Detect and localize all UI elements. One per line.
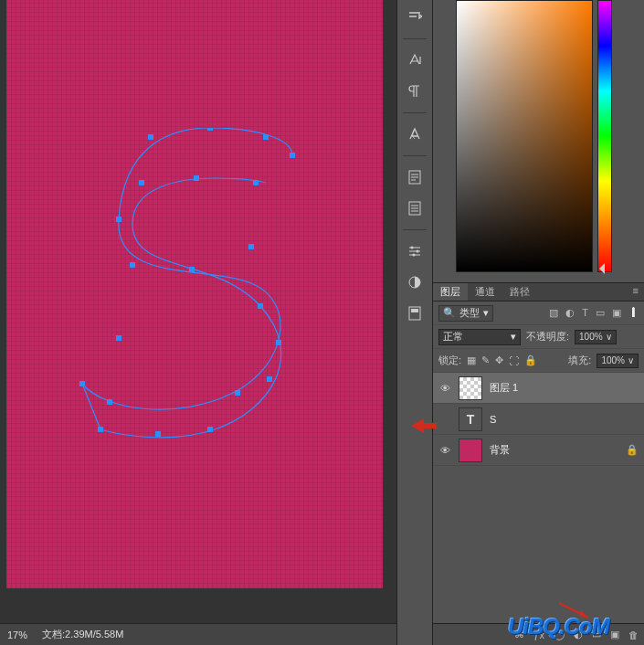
adjustment-layer-icon[interactable]: ◐ bbox=[574, 629, 583, 640]
vector-path-s[interactable] bbox=[69, 128, 306, 439]
svg-rect-4 bbox=[139, 180, 144, 185]
lock-brush-icon[interactable]: ✎ bbox=[481, 354, 490, 366]
filter-type-icon[interactable]: T bbox=[582, 307, 588, 319]
letter-a-underline-icon[interactable] bbox=[403, 48, 427, 72]
lock-fill-row: 锁定: ▦ ✎ ✥ ⛶ 🔒 填充: 100%∨ bbox=[433, 349, 644, 373]
fill-input[interactable]: 100%∨ bbox=[596, 354, 639, 368]
svg-rect-28 bbox=[411, 309, 418, 312]
svg-rect-16 bbox=[235, 390, 240, 396]
layer-filter-row: 🔍 类型 ▾ ▧ ◐ T ▭ ▣ ⏽ bbox=[433, 301, 644, 325]
chevron-down-icon: ▾ bbox=[511, 331, 516, 343]
zoom-level[interactable]: 17% bbox=[7, 629, 27, 640]
chevron-down-icon: ▾ bbox=[483, 307, 489, 319]
opacity-label: 不透明度: bbox=[526, 330, 569, 344]
status-bar: 17% 文档:2.39M/5.58M bbox=[0, 623, 396, 645]
document-canvas[interactable] bbox=[6, 0, 383, 588]
properties-icon[interactable] bbox=[403, 196, 427, 220]
glyph-a-icon[interactable] bbox=[403, 122, 427, 146]
svg-rect-0 bbox=[148, 134, 153, 140]
svg-rect-2 bbox=[263, 134, 269, 140]
paragraph-icon[interactable] bbox=[403, 79, 427, 103]
type-tool-options bbox=[396, 0, 433, 645]
document-icon[interactable] bbox=[403, 165, 427, 189]
filter-type-dropdown[interactable]: 🔍 类型 ▾ bbox=[438, 305, 493, 322]
svg-rect-8 bbox=[248, 244, 254, 249]
layers-list: 👁图层 1TS👁背景🔒 bbox=[433, 373, 644, 623]
layers-footer: ⌘ ƒx ◯ ◐ ▭ ▣ 🗑 bbox=[433, 623, 644, 645]
tab-channels[interactable]: 通道 bbox=[468, 283, 502, 301]
hue-slider[interactable] bbox=[597, 0, 612, 272]
visibility-eye-icon[interactable] bbox=[438, 413, 451, 426]
svg-rect-5 bbox=[194, 175, 199, 181]
mask-icon[interactable]: ◯ bbox=[554, 629, 565, 640]
lock-all-icon[interactable]: 🔒 bbox=[524, 354, 537, 366]
svg-rect-17 bbox=[267, 376, 272, 382]
svg-point-23 bbox=[411, 247, 414, 249]
svg-rect-11 bbox=[258, 303, 263, 309]
svg-rect-20 bbox=[207, 427, 213, 432]
svg-rect-7 bbox=[116, 217, 121, 222]
opacity-value: 100% bbox=[579, 332, 603, 342]
fill-label: 填充: bbox=[568, 354, 591, 367]
tab-paths[interactable]: 路径 bbox=[502, 283, 537, 301]
filter-toggle-icon[interactable]: ⏽ bbox=[628, 307, 639, 319]
adjustments-sliders-icon[interactable] bbox=[403, 239, 427, 263]
search-icon: 🔍 bbox=[443, 307, 456, 319]
svg-point-25 bbox=[413, 254, 416, 257]
svg-rect-3 bbox=[290, 153, 295, 158]
layer-row[interactable]: TS bbox=[433, 404, 644, 435]
svg-rect-10 bbox=[189, 267, 195, 272]
lock-trans-icon[interactable]: ▦ bbox=[467, 354, 476, 366]
filter-smart-icon[interactable]: ▣ bbox=[612, 307, 621, 319]
filter-pixel-icon[interactable]: ▧ bbox=[549, 307, 558, 319]
group-icon[interactable]: ▭ bbox=[592, 629, 601, 640]
svg-rect-18 bbox=[98, 427, 103, 432]
filter-icons: ▧ ◐ T ▭ ▣ ⏽ bbox=[549, 307, 639, 319]
link-layers-icon[interactable]: ⌘ bbox=[514, 629, 524, 640]
layer-name[interactable]: S bbox=[490, 414, 639, 425]
layer-thumbnail[interactable] bbox=[459, 376, 482, 400]
new-layer-icon[interactable]: ▣ bbox=[610, 629, 619, 640]
lock-icon: 🔒 bbox=[626, 444, 639, 456]
opacity-input[interactable]: 100%∨ bbox=[575, 330, 617, 344]
filter-shape-icon[interactable]: ▭ bbox=[596, 307, 605, 319]
lock-pos-icon[interactable]: ✥ bbox=[495, 354, 503, 366]
svg-rect-19 bbox=[155, 431, 161, 437]
filter-label: 类型 bbox=[459, 306, 480, 320]
svg-rect-14 bbox=[79, 381, 85, 386]
layers-panel: 图层 通道 路径 ≡ 🔍 类型 ▾ ▧ ◐ T ▭ ▣ ⏽ 正常 bbox=[433, 283, 644, 645]
fill-value: 100% bbox=[601, 355, 625, 365]
layer-name[interactable]: 背景 bbox=[490, 443, 618, 457]
layer-name[interactable]: 图层 1 bbox=[490, 381, 639, 395]
filter-adjust-icon[interactable]: ◐ bbox=[565, 307, 575, 319]
blend-mode-value: 正常 bbox=[443, 330, 463, 344]
color-field[interactable] bbox=[456, 0, 593, 272]
right-panel-group: 图层 通道 路径 ≡ 🔍 类型 ▾ ▧ ◐ T ▭ ▣ ⏽ 正常 bbox=[433, 0, 644, 645]
canvas-area: 17% 文档:2.39M/5.58M bbox=[0, 0, 396, 645]
visibility-eye-icon[interactable]: 👁 bbox=[438, 382, 451, 395]
layer-thumbnail[interactable] bbox=[459, 439, 482, 462]
panel-menu-icon[interactable]: ≡ bbox=[628, 283, 644, 301]
layer-row[interactable]: 👁图层 1 bbox=[433, 373, 644, 404]
panel-tabs: 图层 通道 路径 ≡ bbox=[433, 283, 644, 301]
layer-style-icon[interactable] bbox=[403, 301, 427, 325]
lock-label: 锁定: bbox=[438, 354, 461, 367]
paragraph-options-icon[interactable] bbox=[403, 5, 427, 29]
blend-mode-select[interactable]: 正常 ▾ bbox=[438, 329, 521, 345]
svg-rect-12 bbox=[116, 335, 121, 341]
layer-row[interactable]: 👁背景🔒 bbox=[433, 435, 644, 466]
visibility-eye-icon[interactable]: 👁 bbox=[438, 444, 451, 457]
svg-rect-1 bbox=[207, 128, 213, 131]
layer-thumbnail[interactable]: T bbox=[459, 407, 482, 431]
blend-opacity-row: 正常 ▾ 不透明度: 100%∨ bbox=[433, 325, 644, 349]
fx-icon[interactable]: ƒx bbox=[533, 629, 544, 640]
tab-layers[interactable]: 图层 bbox=[433, 283, 468, 301]
doc-size: 文档:2.39M/5.58M bbox=[42, 628, 123, 641]
svg-rect-13 bbox=[276, 340, 281, 345]
delete-icon[interactable]: 🗑 bbox=[628, 629, 639, 640]
lock-frame-icon[interactable]: ⛶ bbox=[509, 355, 519, 366]
svg-rect-9 bbox=[130, 262, 135, 268]
svg-rect-15 bbox=[107, 399, 112, 405]
hue-cursor[interactable] bbox=[594, 263, 605, 274]
adjustment-circle-icon[interactable] bbox=[403, 270, 427, 294]
